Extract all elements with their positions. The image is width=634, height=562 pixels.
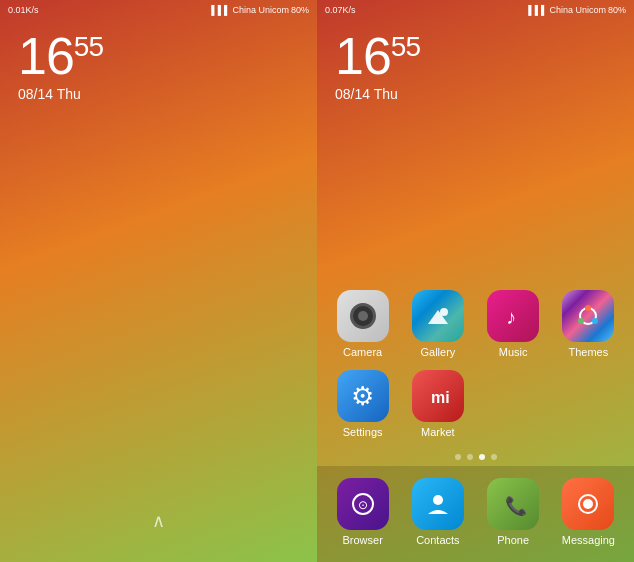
camera-icon-img (337, 290, 389, 342)
lock-arrow[interactable]: ∧ (152, 510, 165, 532)
music-label: Music (499, 346, 528, 358)
settings-icon-img: ⚙ (337, 370, 389, 422)
market-svg: mi (424, 382, 452, 410)
carrier-left: China Unicom (232, 5, 289, 15)
market-label: Market (421, 426, 455, 438)
app-market[interactable]: mi Market (400, 364, 475, 444)
page-dots (317, 448, 634, 466)
contacts-svg (424, 490, 452, 518)
contacts-icon-img (412, 478, 464, 530)
svg-point-1 (440, 308, 448, 316)
camera-label: Camera (343, 346, 382, 358)
signal-icon-right: ▌▌▌ (528, 5, 547, 15)
themes-svg (574, 302, 602, 330)
app-contacts[interactable]: Contacts (400, 472, 475, 552)
clock-hour-left: 16 (18, 27, 74, 85)
phone-svg: 📞 (499, 490, 527, 518)
clock-hour-right: 16 (335, 27, 391, 85)
app-themes[interactable]: Themes (551, 284, 626, 364)
market-icon-img: mi (412, 370, 464, 422)
settings-label: Settings (343, 426, 383, 438)
battery-left: 80% (291, 5, 309, 15)
phone-label: Phone (497, 534, 529, 546)
svg-text:📞: 📞 (505, 495, 527, 517)
phone-icon-img: 📞 (487, 478, 539, 530)
clock-date-left: 08/14 Thu (18, 86, 299, 102)
svg-point-5 (592, 318, 598, 324)
svg-point-10 (433, 495, 443, 505)
clock-time-left: 1655 (18, 30, 299, 82)
app-phone[interactable]: 📞 Phone (476, 472, 551, 552)
status-left-right: 0.07K/s (325, 5, 356, 15)
network-speed-right: 0.07K/s (325, 5, 356, 15)
app-gallery[interactable]: Gallery (400, 284, 475, 364)
bottom-dock: ⊙ Browser Contacts 📞 (317, 466, 634, 562)
gallery-label: Gallery (420, 346, 455, 358)
themes-icon-img (562, 290, 614, 342)
home-screen: 0.07K/s ▌▌▌ China Unicom 80% 1655 08/14 … (317, 0, 634, 562)
dot-1 (455, 454, 461, 460)
app-camera[interactable]: Camera (325, 284, 400, 364)
svg-point-6 (578, 318, 584, 324)
status-bar-right: 0.07K/s ▌▌▌ China Unicom 80% (317, 0, 634, 20)
browser-icon-img: ⊙ (337, 478, 389, 530)
themes-label: Themes (569, 346, 609, 358)
dot-4 (491, 454, 497, 460)
signal-icon: ▌▌▌ (211, 5, 230, 15)
status-right: ▌▌▌ China Unicom 80% (211, 5, 309, 15)
settings-gear-icon: ⚙ (351, 381, 374, 412)
messaging-icon-img (562, 478, 614, 530)
contacts-label: Contacts (416, 534, 459, 546)
network-speed-left: 0.01K/s (8, 5, 39, 15)
clock-minute-right: 55 (391, 31, 420, 62)
lock-screen: 0.01K/s ▌▌▌ China Unicom 80% 1655 08/14 … (0, 0, 317, 562)
clock-time-right: 1655 (335, 30, 616, 82)
gallery-svg (424, 302, 452, 330)
clock-date-right: 08/14 Thu (335, 86, 616, 102)
camera-lens (350, 303, 376, 329)
dot-3 (479, 454, 485, 460)
app-music[interactable]: ♪ Music (476, 284, 551, 364)
app-messaging[interactable]: Messaging (551, 472, 626, 552)
browser-svg: ⊙ (349, 490, 377, 518)
dot-2 (467, 454, 473, 460)
music-svg: ♪ (499, 302, 527, 330)
app-settings[interactable]: ⚙ Settings (325, 364, 400, 444)
gallery-icon-img (412, 290, 464, 342)
svg-text:♪: ♪ (506, 306, 516, 328)
carrier-right: China Unicom (549, 5, 606, 15)
app-grid: Camera Gallery ♪ Music (317, 284, 634, 444)
browser-label: Browser (342, 534, 382, 546)
clock-left: 1655 08/14 Thu (0, 20, 317, 112)
messaging-label: Messaging (562, 534, 615, 546)
svg-text:⊙: ⊙ (358, 498, 368, 512)
clock-right: 1655 08/14 Thu (317, 20, 634, 112)
status-left: 0.01K/s (8, 5, 39, 15)
messaging-svg (574, 490, 602, 518)
status-right-right: ▌▌▌ China Unicom 80% (528, 5, 626, 15)
icons-section: Camera Gallery ♪ Music (317, 112, 634, 562)
music-icon-img: ♪ (487, 290, 539, 342)
svg-point-13 (583, 499, 593, 509)
svg-point-4 (585, 305, 591, 311)
clock-minute-left: 55 (74, 31, 103, 62)
status-bar-left: 0.01K/s ▌▌▌ China Unicom 80% (0, 0, 317, 20)
app-browser[interactable]: ⊙ Browser (325, 472, 400, 552)
svg-text:mi: mi (431, 389, 450, 406)
battery-right: 80% (608, 5, 626, 15)
